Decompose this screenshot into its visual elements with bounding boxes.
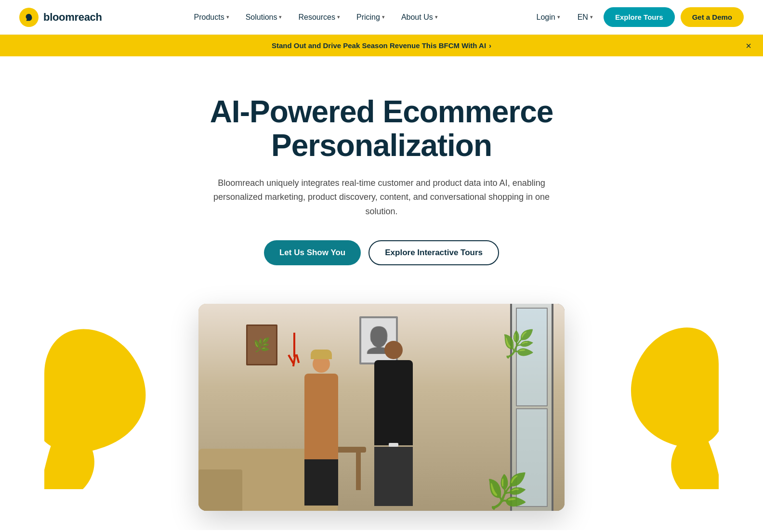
lang-chevron-icon: ▾ bbox=[590, 14, 593, 20]
hero-title: AI-Powered Ecommerce Personalization bbox=[184, 95, 579, 163]
nav-solutions-label: Solutions bbox=[246, 13, 277, 22]
announcement-bar: Stand Out and Drive Peak Season Revenue … bbox=[0, 35, 763, 56]
language-selector[interactable]: EN ▾ bbox=[573, 9, 598, 26]
explore-interactive-tours-button[interactable]: Explore Interactive Tours bbox=[368, 240, 499, 265]
login-button[interactable]: Login ▾ bbox=[530, 9, 567, 26]
let-us-show-you-button[interactable]: Let Us Show You bbox=[264, 240, 361, 265]
nav-pricing-label: Pricing bbox=[356, 13, 380, 22]
resources-chevron-icon: ▾ bbox=[337, 14, 340, 20]
login-chevron-icon: ▾ bbox=[557, 14, 560, 20]
lang-label: EN bbox=[578, 13, 588, 22]
nav-about-label: About Us bbox=[401, 13, 433, 22]
nav-actions: Login ▾ EN ▾ Explore Tours Get a Demo bbox=[530, 7, 744, 27]
nav-explore-tours-button[interactable]: Explore Tours bbox=[604, 7, 675, 27]
yellow-blob-right bbox=[622, 325, 719, 489]
hero-title-line2: Personalization bbox=[271, 128, 492, 163]
nav-item-solutions[interactable]: Solutions ▾ bbox=[239, 9, 289, 26]
logo-link[interactable]: bloomreach bbox=[19, 8, 102, 27]
announcement-arrow-icon: › bbox=[489, 41, 491, 50]
nav-item-resources[interactable]: Resources ▾ bbox=[291, 9, 346, 26]
video-placeholder: 🌿 👤 🌿 bbox=[198, 304, 565, 511]
navbar: bloomreach Products ▾ Solutions ▾ Resour… bbox=[0, 0, 763, 35]
pricing-chevron-icon: ▾ bbox=[382, 14, 385, 20]
hero-video[interactable]: 🌿 👤 🌿 bbox=[198, 304, 565, 511]
nav-item-pricing[interactable]: Pricing ▾ bbox=[350, 9, 392, 26]
hero-subtitle: Bloomreach uniquely integrates real-time… bbox=[198, 176, 565, 219]
announcement-text: Stand Out and Drive Peak Season Revenue … bbox=[272, 41, 486, 50]
media-section: 🌿 👤 🌿 bbox=[44, 304, 719, 511]
about-chevron-icon: ▾ bbox=[435, 14, 438, 20]
products-chevron-icon: ▾ bbox=[226, 14, 229, 20]
hero-buttons: Let Us Show You Explore Interactive Tour… bbox=[184, 240, 579, 265]
nav-get-demo-button[interactable]: Get a Demo bbox=[681, 7, 744, 27]
scene: 🌿 👤 🌿 bbox=[198, 304, 565, 511]
nav-item-products[interactable]: Products ▾ bbox=[187, 9, 236, 26]
nav-products-label: Products bbox=[194, 13, 224, 22]
hero-section: AI-Powered Ecommerce Personalization Blo… bbox=[165, 56, 598, 285]
nav-item-about[interactable]: About Us ▾ bbox=[395, 9, 445, 26]
login-label: Login bbox=[537, 13, 555, 22]
yellow-blob-left bbox=[44, 325, 150, 489]
solutions-chevron-icon: ▾ bbox=[279, 14, 282, 20]
logo-text: bloomreach bbox=[43, 11, 102, 24]
hero-title-line1: AI-Powered Ecommerce bbox=[210, 94, 553, 129]
announcement-link[interactable]: Stand Out and Drive Peak Season Revenue … bbox=[272, 41, 491, 50]
nav-links: Products ▾ Solutions ▾ Resources ▾ Prici… bbox=[187, 9, 445, 26]
announcement-close-button[interactable]: × bbox=[746, 41, 751, 51]
nav-resources-label: Resources bbox=[298, 13, 335, 22]
logo-icon bbox=[19, 8, 39, 27]
